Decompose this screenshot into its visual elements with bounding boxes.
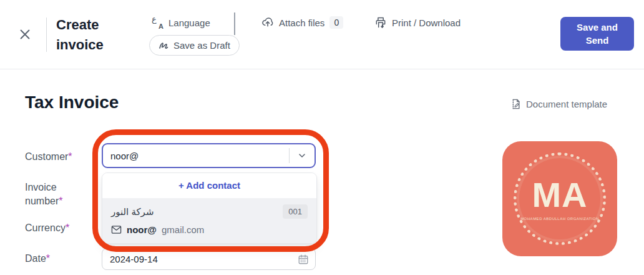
scribble-icon (159, 41, 168, 50)
save-as-draft-label: Save as Draft (173, 40, 230, 51)
date-input[interactable] (102, 249, 291, 269)
contact-row-email: noor@gmail.com (111, 224, 308, 235)
save-and-send-button[interactable]: Save and Send (560, 17, 634, 51)
attach-files-button[interactable]: Attach files 0 (261, 16, 343, 29)
attach-files-count-badge: 0 (329, 16, 343, 29)
header-divider-1 (46, 18, 47, 52)
attach-files-label: Attach files (279, 18, 324, 28)
chevron-down-icon (297, 151, 307, 161)
logo-initials: MA (532, 178, 587, 212)
date-field (102, 248, 316, 270)
contact-list-item[interactable]: شركة النور 001 noor@gmail.com (102, 198, 316, 243)
customer-dropdown-toggle[interactable] (290, 144, 315, 167)
printer-icon (374, 16, 387, 29)
language-button[interactable]: ع A Language (152, 16, 210, 29)
language-label: Language (168, 18, 210, 28)
logo-dotted-ring: MA MOHAMED ABDULLAH ORGANIZATION (514, 152, 606, 245)
translate-icon: ع A (152, 16, 164, 29)
header-bar: Create invoice ع A Language Save as Draf… (0, 0, 644, 69)
close-button[interactable] (16, 26, 34, 43)
invoice-number-label: Invoice number* (25, 181, 76, 208)
document-template-button[interactable]: Document template (509, 98, 607, 110)
calendar-toggle[interactable] (291, 249, 315, 269)
contact-code-badge: 001 (283, 204, 308, 219)
contact-email-user: noor@ (127, 224, 157, 235)
document-template-label: Document template (526, 99, 607, 109)
page-title: Tax Invoice (25, 92, 119, 112)
print-download-label: Print / Download (392, 18, 461, 28)
required-asterisk: * (46, 253, 50, 264)
header-divider-2 (234, 12, 235, 35)
required-asterisk: * (68, 151, 72, 162)
print-download-button[interactable]: Print / Download (374, 16, 461, 29)
currency-label: Currency* (25, 221, 69, 235)
required-asterisk: * (66, 222, 69, 233)
contact-name: شركة النور (111, 206, 154, 218)
customer-combobox (102, 143, 316, 168)
customer-input[interactable] (103, 144, 289, 167)
customer-label: Customer* (25, 150, 72, 164)
close-icon (18, 28, 32, 41)
cloud-upload-icon (261, 16, 274, 29)
add-contact-button[interactable]: + Add contact (102, 173, 316, 198)
company-logo: MA MOHAMED ABDULLAH ORGANIZATION (502, 141, 617, 256)
contact-row-name: شركة النور 001 (111, 204, 308, 219)
window-title: Create invoice (56, 15, 116, 55)
document-edit-icon (509, 98, 521, 110)
save-as-draft-button[interactable]: Save as Draft (149, 35, 240, 56)
date-label: Date* (25, 252, 50, 266)
customer-dropdown-panel: + Add contact شركة النور 001 noor@gmail.… (102, 172, 317, 244)
create-invoice-screen: Create invoice ع A Language Save as Draf… (0, 0, 644, 275)
envelope-icon (111, 225, 122, 234)
required-asterisk: * (59, 196, 62, 206)
logo-subtext: MOHAMED ABDULLAH ORGANIZATION (520, 217, 599, 221)
calendar-icon (298, 254, 309, 265)
contact-email-domain: gmail.com (162, 224, 204, 235)
